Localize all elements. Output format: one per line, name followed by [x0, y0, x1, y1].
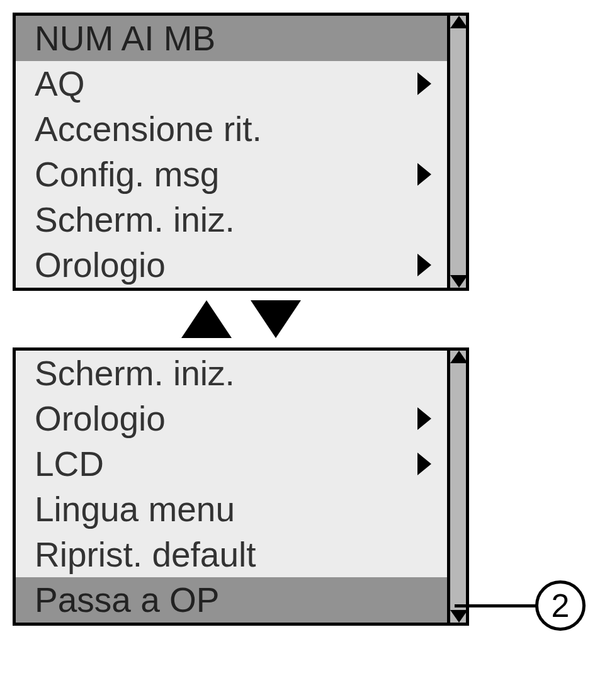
callout-badge: 2 — [535, 580, 586, 631]
callout-number: 2 — [552, 587, 570, 624]
menu-item-config-msg[interactable]: Config. msg — [16, 152, 447, 197]
chevron-right-icon — [417, 453, 431, 475]
menu-item-accensione[interactable]: Accensione rit. — [16, 106, 447, 152]
menu-item-lingua-menu[interactable]: Lingua menu — [16, 487, 447, 532]
scrollbar[interactable] — [447, 16, 466, 288]
nav-up-icon — [181, 300, 232, 338]
menu-list-2: Scherm. iniz. Orologio LCD Lingua menu R… — [16, 351, 447, 623]
menu-item-label: LCD — [35, 447, 104, 482]
nav-down-icon — [251, 300, 301, 338]
menu-item-scherm-iniz-2[interactable]: Scherm. iniz. — [16, 351, 447, 396]
menu-screen-2: Scherm. iniz. Orologio LCD Lingua menu R… — [13, 347, 469, 626]
callout-wrapper: Scherm. iniz. Orologio LCD Lingua menu R… — [13, 347, 595, 626]
scroll-up-icon[interactable] — [450, 351, 468, 363]
menu-item-passa-a-op[interactable]: Passa a OP — [16, 577, 447, 623]
menu-item-orologio-2[interactable]: Orologio — [16, 396, 447, 441]
menu-item-aq[interactable]: AQ — [16, 61, 447, 106]
menu-item-label: Orologio — [35, 248, 166, 283]
scrollbar[interactable] — [447, 351, 466, 623]
scroll-up-icon[interactable] — [450, 16, 468, 28]
chevron-right-icon — [417, 254, 431, 276]
menu-screen-1: NUM AI MB AQ Accensione rit. Config. msg… — [13, 13, 469, 291]
menu-item-label: Scherm. iniz. — [35, 356, 235, 391]
menu-item-label: Scherm. iniz. — [35, 203, 235, 237]
chevron-right-icon — [417, 72, 431, 95]
menu-item-label: Accensione rit. — [35, 112, 262, 147]
menu-list-1: NUM AI MB AQ Accensione rit. Config. msg… — [16, 16, 447, 288]
menu-item-label: Lingua menu — [35, 492, 235, 527]
nav-arrows — [13, 300, 469, 338]
menu-item-num-ai-mb[interactable]: NUM AI MB — [16, 16, 447, 61]
menu-item-scherm-iniz[interactable]: Scherm. iniz. — [16, 197, 447, 242]
callout-line — [455, 604, 536, 607]
menu-item-label: Config. msg — [35, 157, 219, 192]
chevron-right-icon — [417, 407, 431, 430]
menu-item-label: Passa a OP — [35, 583, 219, 618]
menu-item-lcd[interactable]: LCD — [16, 441, 447, 487]
chevron-right-icon — [417, 163, 431, 186]
menu-item-label: Orologio — [35, 402, 166, 436]
menu-item-label: NUM AI MB — [35, 21, 215, 56]
scroll-down-icon[interactable] — [450, 610, 468, 623]
menu-item-riprist-default[interactable]: Riprist. default — [16, 532, 447, 577]
menu-item-label: AQ — [35, 67, 84, 101]
menu-item-orologio[interactable]: Orologio — [16, 242, 447, 288]
menu-item-label: Riprist. default — [35, 538, 256, 572]
scroll-down-icon[interactable] — [450, 275, 468, 288]
